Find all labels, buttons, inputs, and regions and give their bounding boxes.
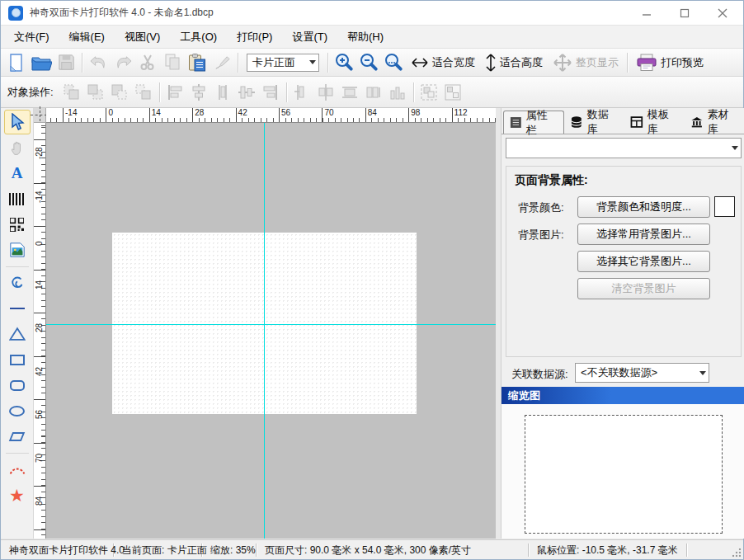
- menu-help[interactable]: 帮助(H): [337, 26, 393, 48]
- open-file-button[interactable]: [29, 50, 54, 75]
- menu-view[interactable]: 视图(V): [115, 26, 170, 48]
- menu-settings[interactable]: 设置(T): [282, 26, 337, 48]
- text-tool[interactable]: A: [4, 161, 31, 186]
- maximize-button[interactable]: [666, 1, 704, 26]
- same-width-button: [314, 80, 338, 104]
- close-button[interactable]: [704, 1, 742, 26]
- tab-templates[interactable]: 模板库: [624, 111, 685, 134]
- status-app-name: 神奇双面卡片打印软件 4.0: [1, 544, 114, 557]
- ruler-major-tick: [34, 226, 45, 227]
- rectangle-icon: [10, 355, 25, 365]
- tab-templates-label: 模板库: [647, 107, 679, 137]
- minimize-button[interactable]: [628, 1, 666, 26]
- print-preview-button[interactable]: 打印预览: [631, 50, 709, 75]
- rectangle-tool[interactable]: [4, 347, 31, 372]
- toolbar-separator: [238, 53, 238, 73]
- database-tab-icon: [570, 115, 583, 129]
- redo-button: [111, 50, 135, 75]
- horizontal-guide-line[interactable]: [46, 324, 496, 325]
- image-tool[interactable]: [4, 238, 31, 262]
- ruler-tick-label: 28: [35, 323, 44, 332]
- bg-color-button[interactable]: 背景颜色和透明度...: [577, 196, 710, 218]
- send-backward-button: [132, 80, 156, 104]
- menu-print[interactable]: 打印(P): [227, 26, 282, 48]
- line-tool[interactable]: [4, 296, 31, 321]
- menu-tools[interactable]: 工具(O): [170, 26, 227, 48]
- send-to-back-button: [84, 80, 108, 104]
- menu-edit[interactable]: 编辑(E): [59, 26, 115, 48]
- tab-materials[interactable]: 素材库: [685, 111, 744, 134]
- undo-icon: [88, 54, 109, 71]
- properties-tab-icon: [510, 116, 522, 129]
- print-preview-icon: [636, 54, 657, 72]
- ruler-origin-box: [34, 108, 46, 123]
- design-canvas[interactable]: [46, 123, 496, 539]
- fit-height-icon: [485, 53, 497, 73]
- select-tool[interactable]: [4, 110, 31, 134]
- ruler-major-tick: [34, 443, 45, 444]
- parallelogram-tool[interactable]: [4, 424, 31, 449]
- bg-color-swatch[interactable]: [714, 196, 735, 217]
- title-bar: 神奇双面卡片打印软件 4.0 - 未命名1.dbcp: [1, 1, 743, 26]
- toolbar-separator: [159, 82, 160, 102]
- undo-button: [86, 50, 111, 75]
- tab-database[interactable]: 数据库: [564, 111, 624, 134]
- format-brush-button: [210, 50, 234, 75]
- ruler-tick-label: -14: [64, 108, 77, 117]
- palette-separator: [6, 453, 29, 454]
- template-tab-icon: [630, 115, 643, 129]
- ellipse-tool[interactable]: [4, 398, 31, 423]
- barcode-tool[interactable]: [4, 186, 31, 211]
- paste-icon: [187, 53, 207, 73]
- fit-width-button[interactable]: 适合宽度: [406, 50, 480, 75]
- minimize-icon: [642, 8, 652, 18]
- ruler-tick-label: 0: [106, 108, 113, 117]
- same-size-button: [362, 80, 386, 104]
- resize-grip[interactable]: [732, 548, 742, 558]
- bring-to-front-button: [60, 80, 84, 104]
- zoom-ratio-button[interactable]: [381, 50, 406, 75]
- align-left-button: [163, 80, 187, 104]
- select-common-bg-button[interactable]: 选择常用背景图片...: [577, 224, 710, 245]
- cut-button: [135, 50, 160, 75]
- ruler-tick-label: 70: [323, 108, 333, 117]
- triangle-tool[interactable]: [4, 322, 31, 346]
- ruler-major-tick: [34, 356, 45, 357]
- window-title: 神奇双面卡片打印软件 4.0 - 未命名1.dbcp: [30, 6, 214, 20]
- copy-icon: [163, 53, 182, 72]
- star-tool[interactable]: ★: [4, 482, 31, 507]
- menu-bar: 文件(F) 编辑(E) 视图(V) 工具(O) 打印(P) 设置(T) 帮助(H…: [1, 26, 743, 49]
- toolbar-separator: [286, 82, 287, 102]
- fit-height-button[interactable]: 适合高度: [480, 50, 548, 75]
- menu-file[interactable]: 文件(F): [4, 26, 59, 48]
- qrcode-tool[interactable]: [4, 212, 31, 237]
- group-button: [417, 80, 441, 104]
- new-document-button[interactable]: [4, 50, 29, 75]
- triangle-icon: [9, 327, 26, 341]
- select-other-bg-button[interactable]: 选择其它背景图片...: [577, 251, 710, 272]
- print-preview-label: 打印预览: [661, 55, 704, 70]
- tab-properties[interactable]: 属性栏: [503, 111, 564, 134]
- qrcode-icon: [10, 218, 24, 232]
- page-side-select[interactable]: 卡片正面: [247, 54, 319, 72]
- vertical-guide-line[interactable]: [264, 123, 265, 539]
- save-button: [54, 50, 78, 75]
- status-zoom-level: 缩放: 35%: [202, 544, 257, 557]
- object-select-combobox[interactable]: [506, 138, 742, 158]
- save-icon: [57, 53, 76, 72]
- ruler-major-tick: [34, 399, 45, 400]
- hand-tool: [4, 135, 31, 160]
- datasource-select[interactable]: <不关联数据源>: [575, 363, 709, 383]
- paste-button[interactable]: [185, 50, 210, 75]
- vertical-ruler: -28-14014284256708498: [34, 123, 46, 539]
- ruler-tick-label: 42: [35, 366, 44, 375]
- status-bar: 神奇双面卡片打印软件 4.0 当前页面: 卡片正面 缩放: 35% 页面尺寸: …: [1, 539, 743, 559]
- zoom-in-button[interactable]: [332, 50, 356, 75]
- rounded-rectangle-tool[interactable]: [4, 373, 31, 398]
- curve-tool[interactable]: [4, 271, 31, 295]
- horizontal-ruler: -14014284256708498112: [46, 108, 496, 123]
- star-icon: ★: [9, 487, 25, 504]
- seal-tool[interactable]: [4, 457, 31, 482]
- tool-palette: A ★: [1, 108, 34, 539]
- zoom-out-button[interactable]: [356, 50, 381, 75]
